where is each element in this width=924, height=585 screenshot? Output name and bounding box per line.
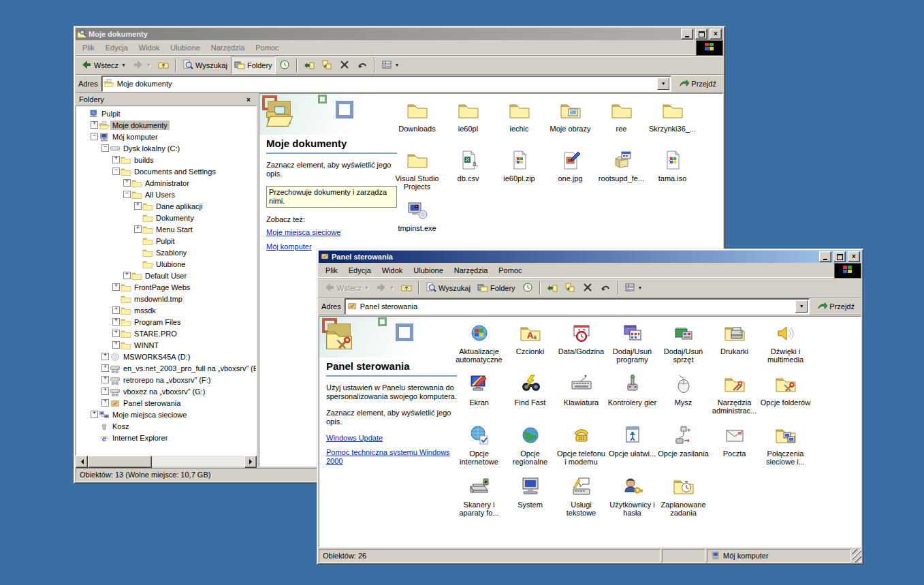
tree-item-szablony[interactable]: Szablony xyxy=(76,247,256,258)
tree-expander[interactable]: + xyxy=(112,283,120,291)
menu-item-edycja[interactable]: Edycja xyxy=(100,42,133,54)
tree-label[interactable]: Panel sterowania xyxy=(121,398,182,408)
menu-item-plik[interactable]: Plik xyxy=(320,264,343,276)
horizontal-scrollbar[interactable] xyxy=(76,456,257,467)
icon-iechic[interactable]: iechic xyxy=(494,96,545,146)
tree-label[interactable]: Moje miejsca sieciowe xyxy=(110,410,189,420)
icon-tmpinst-exe[interactable]: tmpinst.exe xyxy=(392,195,443,245)
tree-expander[interactable]: + xyxy=(112,318,120,326)
tree-expander[interactable]: + xyxy=(101,364,109,372)
icon-narzędzia-administrac[interactable]: Narzędzia administrac... xyxy=(709,370,760,421)
menu-item-widok[interactable]: Widok xyxy=(377,264,409,276)
tree-label[interactable]: Program Files xyxy=(132,317,182,327)
tree-label[interactable]: Internet Explorer xyxy=(110,433,170,443)
tree-label[interactable]: Kosz xyxy=(110,422,131,431)
icon-dodaj-usuń-sprzęt[interactable]: Dodaj/Usuń sprzęt xyxy=(658,319,709,370)
tree-label[interactable]: Documents and Settings xyxy=(132,167,218,176)
tree-label[interactable]: Pulpit xyxy=(154,236,177,246)
link-windows-update[interactable]: Windows Update xyxy=(326,434,457,443)
tree-item-stare-pro[interactable]: +STARE.PRO xyxy=(76,328,256,339)
tree-label[interactable]: Moje dokumenty xyxy=(110,121,170,130)
tree-label[interactable]: vboxez na „vboxsrv” (G:) xyxy=(121,387,207,396)
tree-label[interactable]: en_vs.net_2003_pro_full na „vboxsrv” (E:… xyxy=(121,364,257,373)
titlebar[interactable]: Panel sterowania × xyxy=(319,251,861,263)
tree-expander[interactable]: − xyxy=(91,133,98,140)
forward-button[interactable]: ▼ xyxy=(129,57,155,74)
tree-label[interactable]: Ulubione xyxy=(154,259,187,269)
maximize-button[interactable] xyxy=(695,29,707,39)
tree-item-vboxez-na-vboxsrv-g[interactable]: +vboxez na „vboxsrv” (G:) xyxy=(76,385,256,397)
delete-button[interactable] xyxy=(336,57,353,74)
menu-item-pomoc[interactable]: Pomoc xyxy=(250,42,284,54)
tree-expander[interactable]: + xyxy=(101,399,109,407)
undo-button[interactable] xyxy=(596,279,614,297)
close-button[interactable]: × xyxy=(848,251,860,262)
tree-label[interactable]: Mój komputer xyxy=(110,132,160,142)
maximize-button[interactable] xyxy=(833,251,846,262)
icon-poczta[interactable]: Poczta xyxy=(709,421,760,472)
icon-data-godzina[interactable]: 1 2Data/Godzina xyxy=(556,319,607,370)
tree-item-pulpit[interactable]: Pulpit xyxy=(76,235,256,247)
tree-item-documents-and-settings[interactable]: −Documents and Settings xyxy=(76,165,256,177)
tree-label[interactable]: MSWORKS45A (D:) xyxy=(121,352,192,362)
icon-moje-obrazy[interactable]: Moje obrazy xyxy=(545,96,596,146)
icon-ie60pl-zip[interactable]: ie60pl.zip xyxy=(494,146,545,195)
tree-item-all-users[interactable]: −All Users xyxy=(76,189,256,200)
search-button[interactable]: Wyszukaj xyxy=(179,57,231,74)
address-input[interactable]: Panel sterowania ▼ xyxy=(345,298,810,315)
icon-db-csv[interactable]: a,db.csv xyxy=(443,146,494,195)
address-dropdown-button[interactable]: ▼ xyxy=(795,300,808,313)
icon-skrzynki36[interactable]: Skrzynki36_... xyxy=(647,96,698,146)
icon-dodaj-usuń-programy[interactable]: Dodaj/Usuń programy xyxy=(607,319,658,370)
tree-item-mssdk[interactable]: +mssdk xyxy=(76,304,256,316)
tree-expander[interactable]: + xyxy=(91,411,98,418)
tree-item-dokumenty[interactable]: Dokumenty xyxy=(76,212,256,223)
icon-dźwięki-i-multimedia[interactable]: Dźwięki i multimedia xyxy=(760,319,811,370)
delete-button[interactable] xyxy=(579,279,596,297)
tree-item-msworks45a-d[interactable]: +MSWORKS45A (D:) xyxy=(76,351,256,362)
menu-item-edycja[interactable]: Edycja xyxy=(343,264,377,276)
tree-label[interactable]: Pulpit xyxy=(99,109,123,118)
icon-rootsupd-fe[interactable]: rootsupd_fe... xyxy=(596,146,647,195)
tree-item-retrorepo-na-vboxsrv-f[interactable]: +retrorepo na „vboxsrv” (F:) xyxy=(76,374,256,385)
tree-label[interactable]: STARE.PRO xyxy=(132,329,179,338)
menu-item-ulubione[interactable]: Ulubione xyxy=(408,264,448,276)
tree-item-internet-explorer[interactable]: eInternet Explorer xyxy=(76,432,256,443)
folders-button[interactable]: Foldery xyxy=(231,57,276,74)
tree-item-en-vs-net-2003-pro-full-na-vboxsrv-e[interactable]: +en_vs.net_2003_pro_full na „vboxsrv” (E… xyxy=(76,362,256,374)
icon-opcje-zasilania[interactable]: +Opcje zasilania xyxy=(658,421,709,472)
tree-label[interactable]: Dysk lokalny (C:) xyxy=(121,144,182,153)
tree-item-pulpit[interactable]: Pulpit xyxy=(76,108,256,119)
icon-skanery-i-aparaty-fo[interactable]: Skanery i aparaty fo... xyxy=(453,472,505,523)
tree-item-administrator[interactable]: +Administrator xyxy=(76,177,256,189)
icon-tama-iso[interactable]: tama.iso xyxy=(647,146,698,195)
tree-expander[interactable]: + xyxy=(101,353,109,360)
minimize-button[interactable] xyxy=(681,29,693,39)
tree-item-panel-sterowania[interactable]: +Panel sterowania xyxy=(76,397,256,409)
move-to-button[interactable] xyxy=(543,279,561,297)
history-button[interactable] xyxy=(519,279,537,297)
icon-downloads[interactable]: Downloads xyxy=(392,96,443,146)
icon-ekran[interactable]: Ekran xyxy=(453,370,505,421)
up-button[interactable] xyxy=(398,279,415,297)
tree-label[interactable]: mssdk xyxy=(132,306,158,315)
tree-item-msdownld-tmp[interactable]: msdownld.tmp xyxy=(76,293,256,304)
icon-opcje-folderów[interactable]: Opcje folderów xyxy=(760,370,811,421)
icon-opcje-telefonu-i-modemu[interactable]: Opcje telefonu i modemu xyxy=(556,421,607,472)
icon-kontrolery-gier[interactable]: Kontrolery gier xyxy=(607,370,658,421)
tree-label[interactable]: FrontPage Webs xyxy=(132,283,192,292)
copy-to-button[interactable] xyxy=(561,279,579,297)
tree-item-dane-aplikacji[interactable]: +Dane aplikacji xyxy=(76,200,256,212)
tree-expander[interactable]: − xyxy=(123,191,131,198)
icon-ie60pl[interactable]: ie60pl xyxy=(443,96,494,146)
icon-find-fast[interactable]: Find Fast xyxy=(505,370,556,421)
views-button[interactable]: ▼ xyxy=(621,279,646,297)
tree-item-moje-miejsca-sieciowe[interactable]: +Moje miejsca sieciowe xyxy=(76,409,256,420)
link-moje-miejsca-sieciowe[interactable]: Moje miejsca sieciowe xyxy=(266,228,397,237)
tree-item-program-files[interactable]: +Program Files xyxy=(76,316,256,328)
link-pomoc-techniczna[interactable]: Pomoc techniczna systemu Windows 2000 xyxy=(326,448,457,466)
tree-item-frontpage-webs[interactable]: +FrontPage Webs xyxy=(76,281,256,293)
tree-label[interactable]: WINNT xyxy=(132,341,161,350)
titlebar[interactable]: Moje dokumenty × xyxy=(76,28,723,40)
tree-label[interactable]: Menu Start xyxy=(154,225,195,234)
